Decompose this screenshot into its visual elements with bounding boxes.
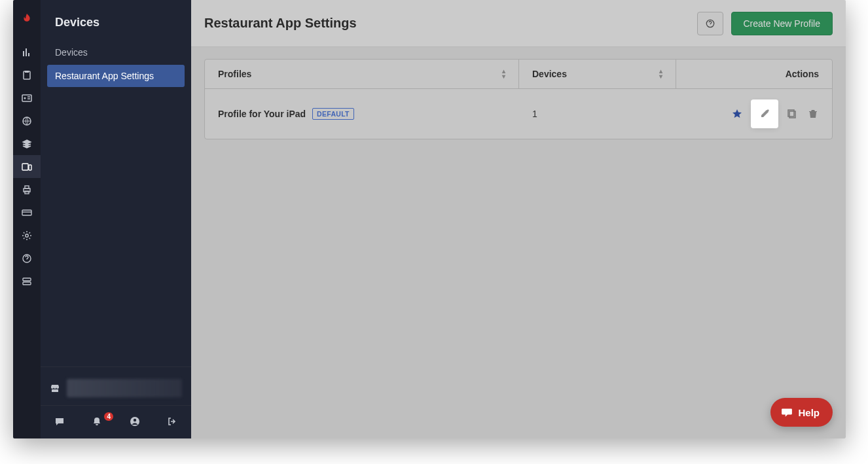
table-row: Profile for Your iPad DEFAULT 1 bbox=[205, 89, 832, 139]
notification-badge: 4 bbox=[104, 412, 113, 421]
nav-clipboard[interactable] bbox=[13, 63, 41, 86]
nav-analytics[interactable] bbox=[13, 41, 41, 63]
svg-rect-5 bbox=[22, 164, 28, 170]
column-profiles-label: Profiles bbox=[218, 69, 251, 79]
create-new-profile-button[interactable]: Create New Profile bbox=[731, 12, 833, 35]
svg-rect-9 bbox=[25, 191, 29, 194]
copy-icon[interactable] bbox=[786, 108, 798, 120]
svg-rect-13 bbox=[23, 278, 31, 281]
svg-rect-14 bbox=[23, 282, 31, 285]
profiles-table: Profiles ▴▾ Devices ▴▾ Actions Profile f… bbox=[204, 59, 833, 139]
default-badge: DEFAULT bbox=[312, 108, 354, 120]
profile-name[interactable]: Profile for Your iPad bbox=[218, 109, 306, 119]
svg-rect-2 bbox=[22, 95, 31, 101]
main-header: Restaurant App Settings Create New Profi… bbox=[191, 0, 846, 47]
nav-card[interactable] bbox=[13, 201, 41, 224]
device-count: 1 bbox=[532, 109, 537, 119]
column-profiles[interactable]: Profiles ▴▾ bbox=[205, 60, 519, 88]
svg-rect-8 bbox=[25, 186, 29, 188]
sidebar-footer: 4 bbox=[41, 366, 191, 438]
main-area: Restaurant App Settings Create New Profi… bbox=[191, 0, 846, 438]
svg-point-16 bbox=[134, 418, 136, 421]
trash-icon[interactable] bbox=[807, 108, 819, 120]
page-title: Restaurant App Settings bbox=[204, 16, 689, 31]
help-widget[interactable]: Help bbox=[770, 398, 833, 427]
sort-icon: ▴▾ bbox=[659, 69, 662, 79]
svg-point-11 bbox=[26, 234, 28, 236]
store-name-redacted bbox=[67, 379, 182, 397]
column-devices-label: Devices bbox=[532, 69, 567, 79]
svg-rect-1 bbox=[25, 71, 29, 73]
logout-icon[interactable] bbox=[154, 416, 192, 427]
nav-help[interactable] bbox=[13, 247, 41, 270]
svg-point-3 bbox=[24, 97, 26, 99]
column-devices[interactable]: Devices ▴▾ bbox=[519, 60, 676, 88]
nav-gear[interactable] bbox=[13, 224, 41, 247]
nav-printer[interactable] bbox=[13, 178, 41, 201]
column-actions: Actions bbox=[676, 60, 832, 88]
notifications-icon[interactable]: 4 bbox=[79, 416, 117, 427]
store-selector[interactable] bbox=[41, 367, 191, 405]
sidebar-item-restaurant-app-settings[interactable]: Restaurant App Settings bbox=[47, 65, 185, 87]
nav-server[interactable] bbox=[13, 270, 41, 293]
sidebar-item-devices[interactable]: Devices bbox=[47, 41, 185, 63]
nav-devices[interactable] bbox=[13, 155, 41, 178]
nav-layers[interactable] bbox=[13, 132, 41, 155]
svg-rect-10 bbox=[22, 210, 31, 215]
sidebar: Devices Devices Restaurant App Settings … bbox=[41, 0, 191, 438]
sort-icon: ▴▾ bbox=[502, 69, 505, 79]
star-icon[interactable] bbox=[731, 108, 743, 120]
help-widget-label: Help bbox=[798, 407, 820, 418]
edit-icon[interactable] bbox=[752, 101, 777, 127]
column-actions-label: Actions bbox=[786, 69, 819, 79]
app-frame: Devices Devices Restaurant App Settings … bbox=[13, 0, 846, 438]
sidebar-title: Devices bbox=[41, 0, 191, 41]
nav-globe[interactable] bbox=[13, 109, 41, 132]
nav-idcard[interactable] bbox=[13, 86, 41, 109]
account-icon[interactable] bbox=[116, 416, 154, 427]
brand-logo[interactable] bbox=[19, 12, 35, 27]
icon-rail bbox=[13, 0, 41, 438]
chat-icon[interactable] bbox=[41, 416, 79, 427]
svg-rect-6 bbox=[29, 165, 31, 170]
header-help-button[interactable] bbox=[697, 12, 723, 35]
